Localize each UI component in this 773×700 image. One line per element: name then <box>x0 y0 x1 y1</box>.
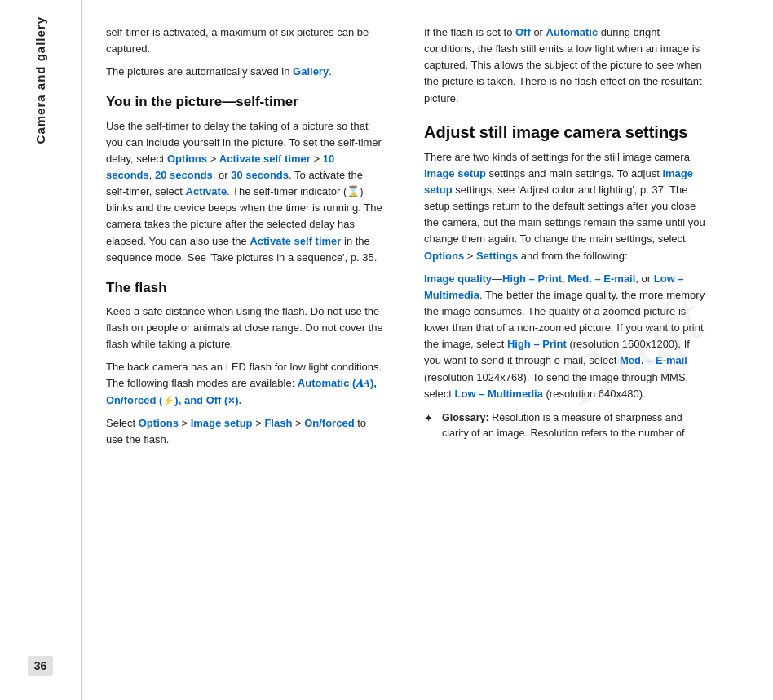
para2d: and from the following: <box>518 250 627 262</box>
auto-close: ), <box>370 377 377 389</box>
thirty-seconds-label: 30 seconds <box>231 169 289 181</box>
glossary-heading: Glossary: <box>442 412 489 423</box>
image-setup-r: Image setup <box>424 167 486 179</box>
onforced-label2: On/forced <box>304 417 354 429</box>
para1c: . The self-timer indicator ( <box>227 185 347 197</box>
glossary-note: Glossary: Resolution is a measure of sha… <box>424 410 709 441</box>
timer-icon: ⌛ <box>347 185 360 197</box>
off-close: ). <box>235 394 241 406</box>
image-quality-label: Image quality <box>424 272 492 285</box>
settings-text2: settings and main settings. To adjust <box>486 167 663 179</box>
gallery-para: The pictures are automatically saved in … <box>106 64 383 80</box>
activate-self-timer2: Activate self timer <box>250 235 341 247</box>
page-number: 36 <box>28 656 54 676</box>
activate-label2: Activate <box>186 185 227 197</box>
comma-r2: , or <box>635 272 653 285</box>
intro-para: self-timer is activated, a maximum of si… <box>106 24 383 57</box>
heading-self-timer: You in the picture—self-timer <box>106 93 383 111</box>
arrow-5: > <box>292 417 304 429</box>
gallery-sentence: The pictures are automatically saved in <box>106 65 293 78</box>
gallery-link: Gallery <box>293 65 329 78</box>
para3e: (resolution 640x480). <box>543 388 646 400</box>
flash-para1: Keep a safe distance when using the flas… <box>106 303 383 352</box>
med-email-label: Med. – E-mail <box>568 272 635 285</box>
options-r: Options <box>424 250 464 262</box>
arrow-3: > <box>179 417 191 429</box>
onforced-icon: ⚡ <box>162 395 174 406</box>
left-column: self-timer is activated, a maximum of si… <box>82 24 408 676</box>
if-flash-text: If the flash is set to <box>424 26 515 38</box>
para2c: settings, see 'Adjust color and lighting… <box>424 184 705 245</box>
comma2: , or <box>213 169 231 181</box>
sidebar: Camera and gallery 36 <box>0 0 82 700</box>
main-content: self-timer is activated, a maximum of si… <box>82 0 773 700</box>
or-label: or <box>531 26 546 38</box>
dash1: — <box>492 272 502 285</box>
arrow-r1: > <box>464 250 476 262</box>
arrow2: > <box>311 153 323 165</box>
comma1: , <box>149 169 155 181</box>
automatic-label: Automatic ( <box>298 377 356 389</box>
off-label: Off ( <box>206 394 228 406</box>
automatic-label-r: Automatic <box>546 26 599 38</box>
options-label1: Options <box>167 153 207 165</box>
activate-self-timer-label: Activate self timer <box>219 153 311 165</box>
image-setup-label: Image setup <box>191 417 253 429</box>
flash-label: Flash <box>264 417 292 429</box>
sidebar-title: Camera and gallery <box>33 16 47 144</box>
twenty-seconds-label: 20 seconds <box>155 169 213 181</box>
off-label-r: Off <box>515 26 531 38</box>
arrow1: > <box>207 153 219 165</box>
med-email2-label: Med. – E-mail <box>620 354 687 366</box>
high-print-label: High – Print <box>502 272 562 285</box>
flash-text1: Keep a safe distance when using the flas… <box>106 305 383 350</box>
flash-para3: Select Options > Image setup > Flash > O… <box>106 415 383 448</box>
right-column: If the flash is set to Off or Automatic … <box>408 24 734 676</box>
self-timer-para: Use the self-timer to delay the taking o… <box>106 118 383 266</box>
low-mm2-label: Low – Multimedia <box>455 388 543 400</box>
two-kinds-text: There are two kinds of settings for the … <box>424 151 692 163</box>
select-text: Select <box>106 417 139 429</box>
right-para2: There are two kinds of settings for the … <box>424 149 709 264</box>
heading-adjust-settings: Adjust still image camera settings <box>424 122 709 143</box>
options-label2: Options <box>139 417 179 429</box>
arrow-4: > <box>253 417 265 429</box>
auto-icon: 𝐀A <box>356 377 370 389</box>
settings-label-r: Settings <box>476 250 518 262</box>
onforced-label: On/forced ( <box>106 394 162 406</box>
heading-flash: The flash <box>106 279 383 297</box>
high-print2-label: High – Print <box>507 338 567 350</box>
right-para1: If the flash is set to Off or Automatic … <box>424 24 709 107</box>
flash-para2: The back camera has an LED flash for low… <box>106 359 383 408</box>
intro-text: self-timer is activated, a maximum of si… <box>106 26 369 55</box>
onforced-close: ), and <box>174 394 205 406</box>
gallery-period: . <box>329 65 332 78</box>
off-icon: ✕ <box>227 396 235 405</box>
right-para3: Image quality—High – Print, Med. – E-mai… <box>424 271 709 402</box>
